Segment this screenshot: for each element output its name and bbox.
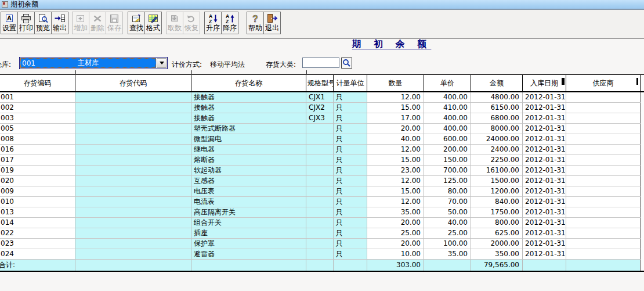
cell-unit-price[interactable]: 35.00	[424, 249, 471, 260]
header-spec-model[interactable]: 规格型号	[306, 75, 334, 91]
header-inventory-code[interactable]: 存货编码	[0, 75, 75, 91]
cell-inventory-code2[interactable]	[75, 166, 191, 176]
cell-spec-model[interactable]	[306, 134, 334, 145]
cell-unit[interactable]: 只	[334, 228, 367, 239]
table-row[interactable]: 019 软起动器 只 23.00 700.00 16100.00 2012-01…	[0, 166, 644, 176]
cell-quantity[interactable]: 20.00	[367, 124, 424, 134]
cell-inventory-name[interactable]: 电流表	[191, 197, 306, 207]
cell-amount[interactable]: 6150.00	[471, 103, 523, 113]
table-row[interactable]: 008 微型漏电 只 40.00 600.00 24000.00 2012-01…	[0, 134, 644, 145]
cell-inventory-name[interactable]: 微型漏电	[191, 134, 306, 145]
cell-spec-model[interactable]	[306, 239, 334, 249]
cell-unit[interactable]: 只	[334, 186, 367, 197]
cell-unit-price[interactable]: 400.00	[424, 113, 471, 124]
header-quantity[interactable]: 数量	[367, 75, 424, 91]
cell-quantity[interactable]: 20.00	[367, 218, 424, 228]
cell-unit-price[interactable]: 600.00	[424, 134, 471, 145]
cell-unit[interactable]: 只	[334, 113, 367, 124]
cell-inventory-name[interactable]: 高压隔离开关	[191, 207, 306, 218]
cell-supplier[interactable]	[566, 218, 641, 228]
toolbar-button-format[interactable]: 格式	[144, 12, 162, 34]
cell-inbound-date[interactable]: 2012-01-31	[523, 218, 566, 228]
cell-quantity[interactable]: 15.00	[367, 103, 424, 113]
cell-unit-price[interactable]: 40.00	[424, 218, 471, 228]
cell-inventory-code2[interactable]	[75, 176, 191, 186]
cell-inventory-code[interactable]: 014	[0, 218, 75, 228]
cell-inventory-code[interactable]: 005	[0, 124, 75, 134]
cell-supplier[interactable]	[566, 124, 641, 134]
cell-inbound-date[interactable]: 2012-01-31	[523, 228, 566, 239]
cell-inventory-code2[interactable]	[75, 228, 191, 239]
cell-inventory-name[interactable]: 互感器	[191, 176, 306, 186]
table-row[interactable]: 020 互感器 只 12.00 125.00 1500.00 2012-01-3…	[0, 176, 644, 186]
header-inventory-code2[interactable]: 存货代码	[75, 75, 191, 91]
cell-inbound-date[interactable]: 2012-01-31	[523, 176, 566, 186]
cell-quantity[interactable]: 15.00	[367, 186, 424, 197]
cell-inventory-code[interactable]: 010	[0, 197, 75, 207]
cell-inventory-code2[interactable]	[75, 249, 191, 260]
cell-supplier[interactable]	[566, 113, 641, 124]
table-row[interactable]: 002 接触器 CJX2 只 15.00 410.00 6150.00 2012…	[0, 103, 644, 113]
cell-inventory-name[interactable]: 保护罩	[191, 239, 306, 249]
toolbar-button-settings[interactable]: A 设置	[1, 12, 18, 34]
cell-unit-price[interactable]: 125.00	[424, 176, 471, 186]
table-row[interactable]: 005 塑壳式断路器 只 20.00 400.00 8000.00 2012-0…	[0, 124, 644, 134]
table-row[interactable]: 016 继电器 只 12.00 200.00 2400.00 2012-01-3…	[0, 145, 644, 155]
cell-quantity[interactable]: 10.00	[367, 249, 424, 260]
cell-unit-price[interactable]: 100.00	[424, 239, 471, 249]
table-row[interactable]: 001 接触器 CJX1 只 12.00 400.00 4800.00 2012…	[0, 92, 644, 103]
toolbar-button-sort-asc[interactable]: A Z 升序	[204, 12, 222, 34]
cell-inventory-code[interactable]: 017	[0, 155, 75, 166]
table-row[interactable]: 009 电压表 只 15.00 80.00 1200.00 2012-01-31	[0, 186, 644, 197]
cell-inventory-name[interactable]: 接触器	[191, 113, 306, 124]
cell-spec-model[interactable]: CJX3	[306, 113, 334, 124]
cell-inventory-name[interactable]: 接触器	[191, 92, 306, 103]
toolbar-button-preview[interactable]: 预览	[34, 12, 52, 34]
cell-unit-price[interactable]: 80.00	[424, 186, 471, 197]
cell-inventory-code[interactable]: 020	[0, 176, 75, 186]
cell-unit-price[interactable]: 400.00	[424, 92, 471, 103]
cell-inventory-code[interactable]: 016	[0, 145, 75, 155]
cell-inbound-date[interactable]: 2012-01-31	[523, 239, 566, 249]
cell-inventory-code2[interactable]	[75, 207, 191, 218]
cell-inbound-date[interactable]: 2012-01-31	[523, 155, 566, 166]
cell-supplier[interactable]	[566, 166, 641, 176]
cell-quantity[interactable]: 15.00	[367, 155, 424, 166]
cell-amount[interactable]: 350.00	[471, 249, 523, 260]
cell-supplier[interactable]	[566, 239, 641, 249]
cell-supplier[interactable]	[566, 186, 641, 197]
cell-quantity[interactable]: 23.00	[367, 166, 424, 176]
header-unit-price[interactable]: 单价	[424, 75, 471, 91]
cell-inbound-date[interactable]: 2012-01-31	[523, 166, 566, 176]
cell-inventory-code2[interactable]	[75, 197, 191, 207]
cell-quantity[interactable]: 12.00	[367, 92, 424, 103]
cell-unit-price[interactable]: 200.00	[424, 145, 471, 155]
warehouse-dropdown-button[interactable]	[157, 58, 167, 68]
toolbar-button-find[interactable]: 查找	[128, 12, 145, 34]
cell-inventory-code2[interactable]	[75, 186, 191, 197]
cell-amount[interactable]: 1200.00	[471, 186, 523, 197]
cell-unit[interactable]: 只	[334, 207, 367, 218]
header-inbound-date[interactable]: 入库日期	[523, 75, 566, 91]
cell-spec-model[interactable]: CJX2	[306, 103, 334, 113]
cell-supplier[interactable]	[566, 207, 641, 218]
cell-inbound-date[interactable]: 2012-01-31	[523, 113, 566, 124]
cell-quantity[interactable]: 12.00	[367, 145, 424, 155]
table-row[interactable]: 003 接触器 CJX3 只 17.00 400.00 6800.00 2012…	[0, 113, 644, 124]
cell-inventory-code[interactable]: 009	[0, 186, 75, 197]
cell-spec-model[interactable]	[306, 197, 334, 207]
cell-unit-price[interactable]: 70.00	[424, 197, 471, 207]
cell-supplier[interactable]	[566, 145, 641, 155]
toolbar-button-export[interactable]: 输出	[51, 12, 68, 34]
cell-inventory-name[interactable]: 组合开关	[191, 218, 306, 228]
cell-inventory-name[interactable]: 避雷器	[191, 249, 306, 260]
cell-inbound-date[interactable]: 2012-01-31	[523, 197, 566, 207]
cell-inbound-date[interactable]: 2012-01-31	[523, 145, 566, 155]
cell-amount[interactable]: 625.00	[471, 228, 523, 239]
cell-spec-model[interactable]: CJX1	[306, 92, 334, 103]
cell-supplier[interactable]	[566, 155, 641, 166]
cell-amount[interactable]: 2400.00	[471, 145, 523, 155]
cell-inventory-code[interactable]: 023	[0, 239, 75, 249]
cell-spec-model[interactable]	[306, 207, 334, 218]
cell-supplier[interactable]	[566, 249, 641, 260]
